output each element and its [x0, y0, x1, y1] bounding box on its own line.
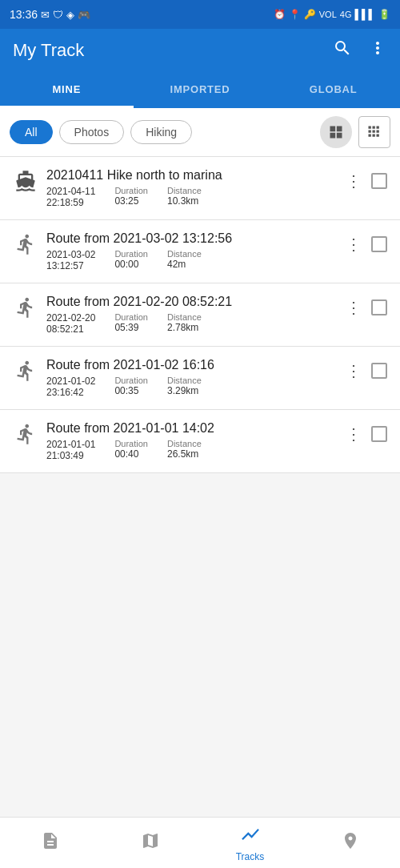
track-distance-label: Distance: [167, 186, 202, 195]
track-duration-group: Duration 00:00: [114, 249, 148, 271]
track-checkbox[interactable]: [371, 299, 387, 315]
track-item[interactable]: Route from 2021-01-01 14:02 2021-01-01 2…: [0, 410, 400, 473]
battery-icon: 🔋: [378, 9, 390, 20]
track-duration-label: Duration: [114, 312, 148, 322]
track-time: 08:52:21: [46, 323, 95, 335]
track-distance-group: Distance 10.3km: [167, 186, 202, 208]
track-time: 23:16:42: [46, 387, 95, 398]
tracks-nav-label: Tracks: [236, 851, 265, 862]
track-info: Route from 2021-01-02 16:16 2021-01-02 2…: [46, 358, 334, 398]
message-icon: ✉: [41, 9, 50, 21]
gps-icon: 📍: [289, 9, 301, 20]
track-checkbox[interactable]: [371, 236, 387, 252]
track-duration: 05:39: [114, 322, 148, 333]
layers-icon: ◈: [66, 9, 74, 21]
track-duration-group: Duration 05:39: [114, 312, 148, 335]
key-icon: 🔑: [304, 9, 316, 20]
filter-hiking[interactable]: Hiking: [130, 120, 192, 144]
track-item[interactable]: Route from 2021-03-02 13:12:56 2021-03-0…: [0, 220, 400, 283]
track-name: Route from 2021-01-02 16:16: [46, 358, 334, 372]
track-more-icon[interactable]: ⋮: [342, 168, 365, 194]
tracks-icon: [240, 824, 261, 850]
track-name: 20210411 Hike north to marina: [46, 168, 334, 183]
track-actions: ⋮: [342, 168, 387, 194]
status-bar-left: 13:36 ✉ 🛡 ◈ 🎮: [10, 8, 90, 21]
tab-imported[interactable]: IMPORTED: [134, 72, 267, 106]
track-actions: ⋮: [342, 358, 387, 384]
filter-all[interactable]: All: [10, 120, 53, 144]
nav-location[interactable]: [300, 825, 400, 862]
nav-notes[interactable]: [0, 825, 100, 862]
track-actions: ⋮: [342, 421, 387, 447]
track-duration-label: Duration: [114, 249, 148, 259]
track-duration: 00:00: [114, 259, 148, 270]
track-distance: 26.5km: [167, 448, 202, 460]
track-date-group: 2021-01-01 21:03:49: [46, 439, 95, 461]
track-info: Route from 2021-03-02 13:12:56 2021-03-0…: [46, 231, 334, 271]
track-duration-group: Duration 03:25: [114, 186, 148, 208]
app-header: My Track: [0, 29, 400, 72]
track-date: 2021-03-02: [46, 249, 95, 260]
shield-icon: 🛡: [53, 9, 63, 21]
search-icon[interactable]: [333, 38, 352, 62]
track-more-icon[interactable]: ⋮: [342, 421, 365, 447]
track-distance-group: Distance 2.78km: [167, 312, 202, 335]
nav-tracks[interactable]: Tracks: [200, 818, 300, 869]
lte-icon: 4G: [340, 10, 352, 19]
track-distance-label: Distance: [167, 439, 202, 448]
track-duration-label: Duration: [114, 376, 148, 385]
track-type-icon: [13, 360, 38, 388]
track-duration-group: Duration 00:40: [114, 439, 148, 461]
track-checkbox[interactable]: [371, 173, 387, 189]
track-item[interactable]: Route from 2021-02-20 08:52:21 2021-02-2…: [0, 283, 400, 347]
track-distance: 2.78km: [167, 322, 202, 333]
track-more-icon[interactable]: ⋮: [342, 231, 365, 257]
track-meta-row: 2021-01-01 21:03:49 Duration 00:40 Dista…: [46, 439, 334, 461]
status-bar-right: ⏰ 📍 🔑 VOL 4G ▌▌▌ 🔋: [274, 9, 390, 20]
track-list: 20210411 Hike north to marina 2021-04-11…: [0, 157, 400, 473]
track-item[interactable]: Route from 2021-01-02 16:16 2021-01-02 2…: [0, 347, 400, 410]
track-checkbox[interactable]: [371, 426, 387, 442]
track-distance: 3.29km: [167, 385, 202, 396]
track-more-icon[interactable]: ⋮: [342, 295, 365, 320]
track-actions: ⋮: [342, 295, 387, 320]
map-icon: [141, 831, 160, 855]
game-icon: 🎮: [78, 9, 90, 21]
filter-photos[interactable]: Photos: [59, 120, 125, 144]
track-duration: 00:40: [114, 448, 148, 460]
track-distance-group: Distance 3.29km: [167, 376, 202, 398]
track-type-icon: [13, 296, 38, 324]
track-date: 2021-02-20: [46, 312, 95, 323]
track-date-group: 2021-01-02 23:16:42: [46, 376, 95, 398]
track-duration: 03:25: [114, 195, 148, 207]
track-name: Route from 2021-02-20 08:52:21: [46, 295, 334, 309]
track-time: 13:12:57: [46, 260, 95, 271]
track-date: 2021-01-01: [46, 439, 95, 450]
track-distance: 10.3km: [167, 195, 202, 207]
status-bar: 13:36 ✉ 🛡 ◈ 🎮 ⏰ 📍 🔑 VOL 4G ▌▌▌ 🔋: [0, 0, 400, 29]
track-checkbox[interactable]: [371, 363, 387, 379]
track-name: Route from 2021-03-02 13:12:56: [46, 231, 334, 246]
nav-map[interactable]: [100, 825, 200, 862]
tab-mine[interactable]: MINE: [0, 72, 134, 106]
more-options-icon[interactable]: [368, 38, 387, 62]
track-duration-label: Duration: [114, 439, 148, 448]
track-more-icon[interactable]: ⋮: [342, 358, 365, 384]
track-duration-group: Duration 00:35: [114, 376, 148, 398]
signal-icon: ▌▌▌: [354, 9, 375, 20]
tab-global[interactable]: GLOBAL: [266, 72, 400, 106]
app-title: My Track: [13, 40, 84, 61]
vol-icon: VOL: [319, 10, 337, 19]
grid-view-button[interactable]: [320, 116, 352, 148]
track-date-group: 2021-03-02 13:12:57: [46, 249, 95, 271]
filter-row: All Photos Hiking: [0, 108, 400, 157]
track-item[interactable]: 20210411 Hike north to marina 2021-04-11…: [0, 157, 400, 220]
alarm-icon: ⏰: [274, 9, 286, 20]
list-view-button[interactable]: [358, 116, 390, 148]
track-distance-group: Distance 42m: [167, 249, 202, 271]
track-distance-label: Distance: [167, 312, 202, 322]
track-type-icon: [13, 233, 38, 261]
track-info: Route from 2021-02-20 08:52:21 2021-02-2…: [46, 295, 334, 335]
track-duration-label: Duration: [114, 186, 148, 195]
location-nav-icon: [341, 831, 360, 855]
